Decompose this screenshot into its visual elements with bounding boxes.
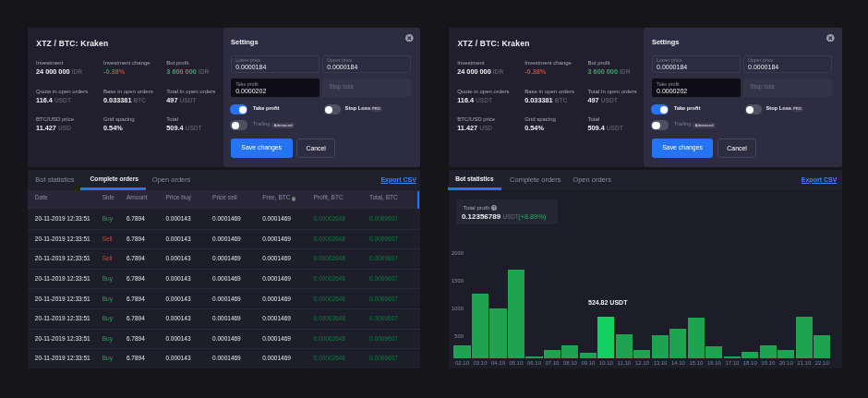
svg-text:?: ? (492, 206, 495, 211)
